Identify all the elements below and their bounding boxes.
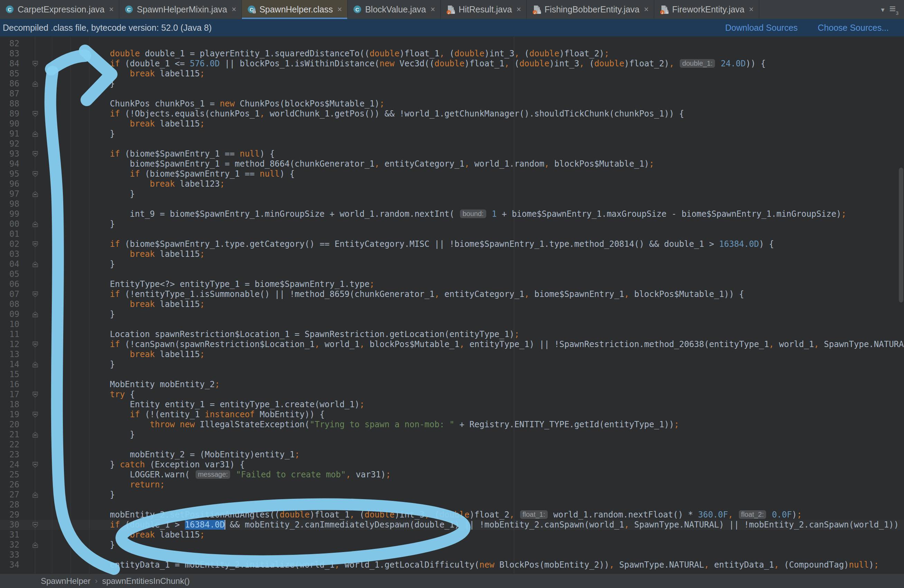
code-line[interactable]: 12if (!canSpawn(spawnRestriction$Locatio… (0, 340, 904, 349)
fold-marker-icon[interactable] (33, 111, 38, 117)
choose-sources-link[interactable]: Choose Sources... (818, 23, 889, 33)
close-icon[interactable]: × (109, 6, 114, 13)
fold-marker-icon[interactable] (33, 221, 38, 227)
download-sources-link[interactable]: Download Sources (725, 23, 798, 33)
code-line[interactable]: 95 if (biome$SpawnEntry_1 == null) { (0, 169, 904, 179)
fold-marker-icon[interactable] (33, 462, 38, 468)
close-icon[interactable]: × (749, 6, 753, 13)
fold-marker-icon[interactable] (33, 412, 38, 417)
code-line[interactable]: 33 (0, 550, 904, 560)
hidden-tabs-icon[interactable]: ≡3 (890, 3, 898, 16)
code-line[interactable]: 97 } (0, 189, 904, 199)
fold-marker-icon[interactable] (33, 492, 38, 498)
fold-marker-icon[interactable] (33, 362, 38, 367)
code-line[interactable]: 20 throw new IllegalStateException("Tryi… (0, 420, 904, 430)
breadcrumb-item-class[interactable]: SpawnHelper (41, 576, 90, 586)
fold-marker-icon[interactable] (33, 241, 38, 247)
line-number: 23 (0, 450, 19, 460)
fold-marker-icon[interactable] (33, 191, 38, 197)
fold-marker-icon[interactable] (33, 151, 38, 157)
code-line[interactable]: 96 break label123; (0, 179, 904, 189)
fold-marker-icon[interactable] (33, 311, 38, 317)
breadcrumb-item-method[interactable]: spawnEntitiesInChunk() (102, 576, 190, 586)
code-line[interactable]: 32} (0, 540, 904, 550)
code-line[interactable]: 31 break label115; (0, 530, 904, 540)
fold-marker-icon[interactable] (33, 432, 38, 438)
vertical-scrollbar-thumb[interactable] (899, 168, 903, 302)
code-line[interactable]: 18 Entity entity_1 = entityType_1.create… (0, 400, 904, 409)
code-line[interactable]: 94 biome$SpawnEntry_1 = method_8664(chun… (0, 159, 904, 169)
code-line[interactable]: 30if (double_1 > 16384.0D && mobEntity_2… (0, 520, 904, 530)
code-line[interactable]: 15 (0, 370, 904, 379)
code-line[interactable]: 29mobEntity_2.setPositionAndAngles((doub… (0, 510, 904, 520)
code-line[interactable]: 19 if (!(entity_1 instanceof MobEntity))… (0, 409, 904, 420)
code-line[interactable]: 17try { (0, 390, 904, 400)
close-icon[interactable]: × (232, 6, 236, 13)
fold-marker-icon[interactable] (33, 522, 38, 528)
code-line[interactable]: 85 break label115; (0, 69, 904, 79)
code-line[interactable]: 02if (biome$SpawnEntry_1.type.getCategor… (0, 239, 904, 249)
code-line[interactable]: 89if (!Objects.equals(chunkPos_1, worldC… (0, 109, 904, 119)
fold-marker-icon[interactable] (33, 61, 38, 67)
fold-marker-icon[interactable] (33, 291, 38, 297)
close-icon[interactable]: × (431, 6, 435, 13)
tab-blockvalue-java[interactable]: CBlockValue.java× (348, 0, 441, 19)
fold-marker-icon[interactable] (33, 81, 38, 87)
code-line[interactable]: 84if (double_1 <= 576.0D || blockPos_1.i… (0, 59, 904, 69)
close-icon[interactable]: × (516, 6, 521, 13)
fold-marker-icon[interactable] (33, 171, 38, 177)
code-line[interactable]: 14} (0, 359, 904, 370)
code-line[interactable]: 91} (0, 129, 904, 139)
code-line[interactable]: 87 (0, 89, 904, 99)
code-line[interactable]: 07if (!entityType_1.isSummonable() || !m… (0, 289, 904, 299)
code-line[interactable]: 22 (0, 440, 904, 450)
tab-list-dropdown-icon[interactable]: ▾ (881, 6, 884, 14)
tab-hitresult-java[interactable]: JHitResult.java× (441, 0, 527, 19)
tab-fishingbobberentity-java[interactable]: JFishingBobberEntity.java× (527, 0, 654, 19)
code-line[interactable]: 28 (0, 500, 904, 510)
code-line[interactable]: 06EntityType<?> entityType_1 = biome$Spa… (0, 279, 904, 289)
code-line[interactable]: 23 mobEntity_2 = (MobEntity)entity_1; (0, 450, 904, 460)
code-line[interactable]: 13 break label115; (0, 349, 904, 359)
code-line[interactable]: 88ChunkPos chunkPos_1 = new ChunkPos(blo… (0, 99, 904, 109)
fold-marker-icon[interactable] (33, 341, 38, 348)
fold-marker-icon[interactable] (33, 392, 38, 398)
code-line[interactable]: 27} (0, 490, 904, 500)
class-icon: C (125, 5, 134, 14)
code-line[interactable]: 90 break label115; (0, 119, 904, 129)
code-line[interactable]: 86} (0, 79, 904, 89)
code-line[interactable]: 92 (0, 139, 904, 149)
code-line[interactable]: 05 (0, 269, 904, 279)
code-line[interactable]: 10 (0, 319, 904, 329)
code-line[interactable]: 11Location spawnRestriction$Location_1 =… (0, 329, 904, 340)
code-line[interactable]: 82 (0, 39, 904, 49)
code-line[interactable]: 25 LOGGER.warn( message: "Failed to crea… (0, 470, 904, 480)
code-editor[interactable]: 8283double double_1 = playerEntity_1.squ… (0, 36, 904, 574)
fold-marker-icon[interactable] (33, 131, 38, 137)
code-line[interactable]: 01 (0, 229, 904, 239)
code-line[interactable]: 93if (biome$SpawnEntry_1 == null) { (0, 149, 904, 159)
code-line[interactable]: 83double double_1 = playerEntity_1.squar… (0, 49, 904, 59)
tab-spawnhelper-class[interactable]: CSpawnHelper.class× (242, 0, 348, 19)
code-line[interactable]: 08 break label115; (0, 299, 904, 309)
close-icon[interactable]: × (644, 6, 649, 13)
code-line[interactable]: 04} (0, 259, 904, 269)
fold-marker-icon[interactable] (33, 261, 38, 267)
svg-text:J: J (448, 11, 450, 14)
code-line[interactable]: 34entityData_1 = mobEntity_2.initialize(… (0, 560, 904, 570)
code-line[interactable]: 00} (0, 219, 904, 229)
fold-marker-icon[interactable] (33, 542, 38, 548)
fold-column (19, 159, 44, 169)
code-line[interactable]: 03 break label115; (0, 249, 904, 259)
code-line[interactable]: 24} catch (Exception var31) { (0, 460, 904, 470)
code-line[interactable]: 98 (0, 199, 904, 209)
tab-spawnhelpermixin-java[interactable]: CSpawnHelperMixin.java× (119, 0, 242, 19)
tab-fireworkentity-java[interactable]: JFireworkEntity.java× (654, 0, 759, 19)
code-line[interactable]: 21 } (0, 430, 904, 440)
code-line[interactable]: 99 int_9 = biome$SpawnEntry_1.minGroupSi… (0, 209, 904, 219)
code-line[interactable]: 26 return; (0, 480, 904, 490)
tab-carpetexpression-java[interactable]: CCarpetExpression.java× (0, 0, 119, 19)
close-icon[interactable]: × (337, 6, 342, 13)
code-line[interactable]: 09} (0, 309, 904, 319)
code-line[interactable]: 16MobEntity mobEntity_2; (0, 379, 904, 390)
